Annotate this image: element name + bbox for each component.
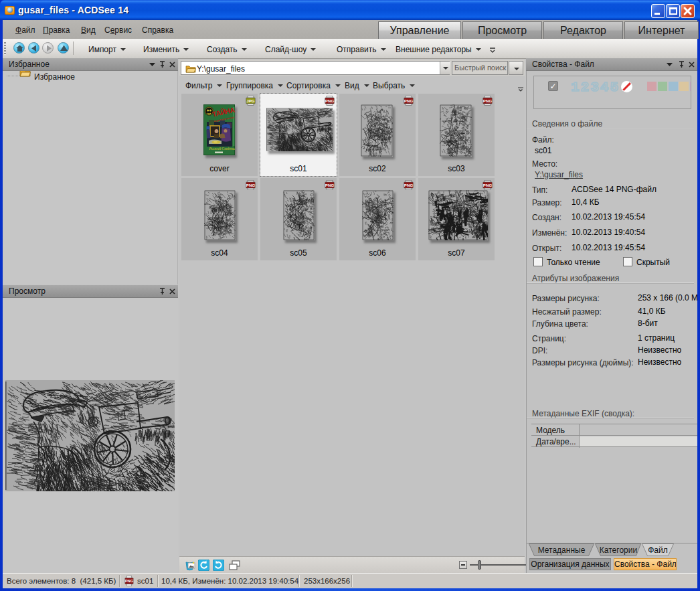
svg-text:PNG: PNG [404,98,414,103]
svg-text:PNG: PNG [125,579,134,583]
svg-text:PNG: PNG [325,183,335,187]
svg-text:PNG: PNG [483,98,493,103]
svg-text:Рыжий Следопыт: Рыжий Следопыт [209,147,236,151]
svg-text:JPG: JPG [246,98,255,103]
svg-text:PNG: PNG [404,183,414,187]
svg-text:PNG: PNG [246,183,256,187]
svg-text:Категории: Категории [600,545,637,555]
svg-text:Метаданные: Метаданные [538,545,586,555]
svg-text:PNG: PNG [325,98,335,103]
svg-text:PNG: PNG [483,183,493,187]
svg-text:Файл: Файл [648,545,668,555]
